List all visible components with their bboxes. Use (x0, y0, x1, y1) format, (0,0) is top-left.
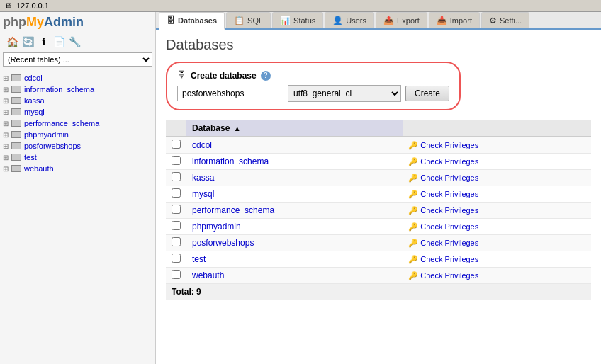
top-bar-ip: 127.0.0.1 (16, 1, 49, 10)
sidebar-db-label[interactable]: test (24, 153, 37, 161)
row-checkbox-cell (166, 137, 186, 154)
sidebar-item[interactable]: ⊞ information_schema (3, 84, 152, 95)
sidebar-db-label[interactable]: webauth (24, 164, 54, 173)
row-privileges-cell: 🔑 Check Privileges (403, 170, 591, 186)
refresh-icon[interactable]: 🔄 (21, 35, 34, 48)
collation-select[interactable]: utf8_general_ciutf8_unicode_cilatin1_swe… (288, 85, 401, 102)
check-privileges-link[interactable]: 🔑 Check Privileges (408, 239, 585, 248)
page-title: Databases (166, 37, 591, 53)
page-content: Databases 🗄 Create database ? utf8_gener… (156, 30, 601, 364)
row-checkbox[interactable] (172, 254, 181, 263)
db-name-link[interactable]: performance_schema (192, 205, 274, 215)
db-name-link[interactable]: cdcol (192, 140, 212, 150)
tab-status[interactable]: 📊Status (272, 12, 323, 28)
check-privileges-label: Check Privileges (420, 271, 478, 280)
row-checkbox[interactable] (172, 205, 181, 214)
check-privileges-link[interactable]: 🔑 Check Privileges (408, 174, 585, 183)
tab-icon: ⚙ (489, 16, 497, 25)
settings-icon[interactable]: 🔧 (68, 35, 81, 48)
sidebar-item[interactable]: ⊞ kassa (3, 95, 152, 106)
table-row: information_schema 🔑 Check Privileges (166, 154, 591, 170)
privileges-icon: 🔑 (408, 141, 418, 150)
sidebar-db-label[interactable]: information_schema (24, 85, 94, 93)
row-checkbox[interactable] (172, 156, 181, 165)
sidebar-tree: ⊞ cdcol ⊞ information_schema ⊞ kassa ⊞ m… (3, 72, 152, 174)
sidebar-db-label[interactable]: kassa (24, 96, 45, 105)
logo-php: php (3, 15, 26, 29)
row-checkbox[interactable] (172, 172, 181, 181)
tab-label: Databases (178, 16, 217, 25)
tab-icon: 👤 (332, 16, 343, 25)
db-name-link[interactable]: mysql (192, 189, 214, 199)
tree-expand-icon: ⊞ (3, 154, 9, 161)
db-name-link[interactable]: posforwebshops (192, 238, 254, 248)
row-checkbox-cell (166, 219, 186, 235)
row-checkbox[interactable] (172, 270, 181, 279)
privileges-icon: 🔑 (408, 174, 418, 183)
db-name-link[interactable]: kassa (192, 173, 214, 183)
tree-expand-icon: ⊞ (3, 97, 9, 105)
row-checkbox[interactable] (172, 140, 181, 149)
tree-db-icon (11, 154, 21, 161)
table-row: webauth 🔑 Check Privileges (166, 268, 591, 284)
row-checkbox[interactable] (172, 221, 181, 230)
recent-tables-select[interactable]: (Recent tables) ... (3, 52, 152, 67)
sidebar-item[interactable]: ⊞ mysql (3, 106, 152, 118)
tab-users[interactable]: 👤Users (325, 12, 374, 28)
db-name-link[interactable]: phpmyadmin (192, 222, 241, 232)
tree-db-icon (11, 142, 21, 149)
db-name-link[interactable]: information_schema (192, 157, 269, 166)
check-privileges-link[interactable]: 🔑 Check Privileges (408, 190, 585, 199)
check-privileges-link[interactable]: 🔑 Check Privileges (408, 255, 585, 264)
logo-my: My (26, 15, 44, 29)
sidebar-db-label[interactable]: posforwebshops (24, 142, 81, 150)
sidebar-item[interactable]: ⊞ test (3, 152, 152, 163)
sort-arrow-icon: ▲ (234, 125, 241, 132)
db-name-link[interactable]: test (192, 254, 206, 264)
tab-label: Export (397, 16, 420, 25)
db-create-icon: 🗄 (177, 70, 186, 81)
sidebar-db-label[interactable]: cdcol (24, 74, 43, 82)
table-header-database[interactable]: Database ▲ (186, 120, 403, 137)
home-icon[interactable]: 🏠 (6, 35, 18, 48)
sidebar-item[interactable]: ⊞ posforwebshops (3, 140, 152, 152)
privileges-icon: 🔑 (408, 157, 418, 166)
row-checkbox[interactable] (172, 237, 181, 246)
sidebar-item[interactable]: ⊞ webauth (3, 163, 152, 174)
sidebar-db-label[interactable]: phpmyadmin (24, 130, 69, 139)
tab-import[interactable]: 📥Import (429, 12, 480, 28)
tree-expand-icon: ⊞ (3, 86, 9, 93)
tab-sql[interactable]: 📋SQL (226, 12, 271, 28)
tab-databases[interactable]: 🗄Databases (159, 12, 225, 30)
sidebar-db-label[interactable]: mysql (24, 108, 45, 116)
check-privileges-link[interactable]: 🔑 Check Privileges (408, 271, 585, 280)
check-privileges-link[interactable]: 🔑 Check Privileges (408, 206, 585, 215)
row-checkbox-cell (166, 251, 186, 268)
sidebar-item[interactable]: ⊞ cdcol (3, 72, 152, 84)
sidebar-item[interactable]: ⊞ performance_schema (3, 118, 152, 129)
db-name-input[interactable] (177, 86, 283, 101)
info-icon[interactable]: ℹ (37, 35, 50, 48)
row-checkbox[interactable] (172, 188, 181, 198)
check-privileges-link[interactable]: 🔑 Check Privileges (408, 141, 585, 150)
create-db-title: Create database (191, 71, 257, 81)
row-privileges-cell: 🔑 Check Privileges (403, 154, 591, 170)
sidebar-item[interactable]: ⊞ phpmyadmin (3, 129, 152, 140)
row-db-name: webauth (186, 268, 403, 284)
tab-setti[interactable]: ⚙Setti... (481, 12, 529, 28)
sidebar-db-label[interactable]: performance_schema (24, 119, 99, 127)
create-button[interactable]: Create (405, 86, 449, 101)
check-privileges-link[interactable]: 🔑 Check Privileges (408, 222, 585, 232)
row-privileges-cell: 🔑 Check Privileges (403, 137, 591, 154)
tab-export[interactable]: 📤Export (376, 12, 427, 28)
doc-icon[interactable]: 📄 (52, 35, 65, 48)
check-privileges-label: Check Privileges (420, 239, 478, 247)
check-privileges-link[interactable]: 🔑 Check Privileges (408, 157, 585, 166)
row-checkbox-cell (166, 154, 186, 170)
table-row: kassa 🔑 Check Privileges (166, 170, 591, 186)
help-icon[interactable]: ? (261, 71, 271, 81)
db-name-link[interactable]: webauth (192, 271, 224, 280)
tree-db-icon (11, 74, 21, 81)
table-row: posforwebshops 🔑 Check Privileges (166, 235, 591, 251)
tree-db-icon (11, 86, 21, 93)
